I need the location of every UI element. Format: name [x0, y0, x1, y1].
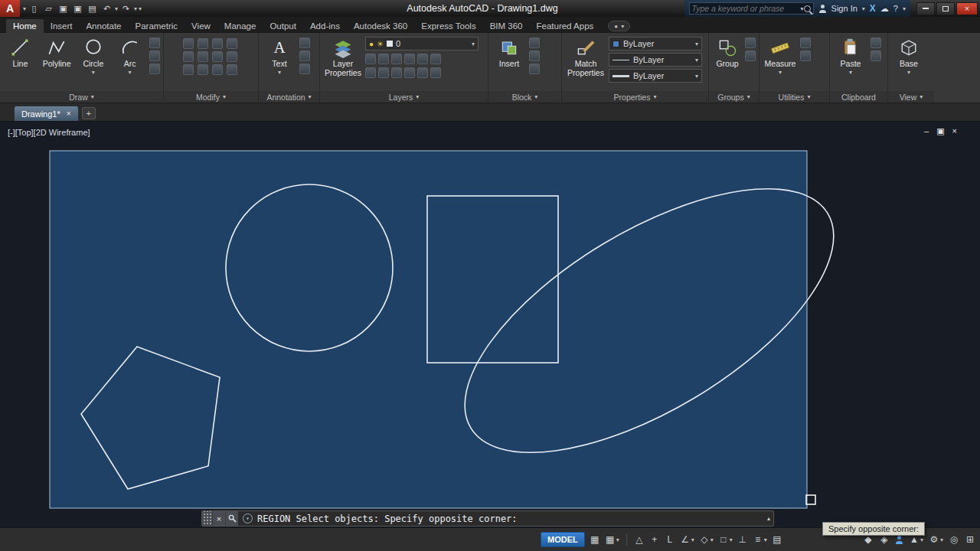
- polar-tracking-toggle[interactable]: ∠▾: [680, 534, 694, 545]
- workspace-caret-icon[interactable]: ▾: [940, 536, 943, 543]
- app-menu-caret-icon[interactable]: ▾: [23, 5, 26, 12]
- arc-button[interactable]: Arc ▾: [113, 35, 147, 76]
- model-space-button[interactable]: MODEL: [541, 532, 585, 547]
- layer-dropdown[interactable]: ● ☀ 0 ▾: [365, 37, 479, 51]
- command-input[interactable]: ▾ REGION Select objects: Specify opposit…: [238, 511, 767, 526]
- model-space[interactable]: [0, 122, 980, 527]
- move-icon[interactable]: [183, 38, 194, 49]
- redo-caret-icon[interactable]: ▾: [134, 5, 137, 12]
- panel-label-annotation[interactable]: Annotation ▾: [259, 91, 319, 103]
- object-snap-caret-icon[interactable]: ▾: [730, 536, 733, 543]
- mirror-icon[interactable]: [183, 51, 194, 62]
- layer-previous-icon[interactable]: [430, 54, 441, 64]
- rectangle-icon[interactable]: [149, 37, 160, 48]
- drawing-tab[interactable]: Drawing1* ×: [14, 106, 79, 121]
- autoscale-toggle[interactable]: ◈: [879, 534, 890, 545]
- search-input[interactable]: [692, 4, 801, 13]
- explode-icon[interactable]: [212, 64, 223, 75]
- sign-in-caret-icon[interactable]: ▾: [862, 5, 865, 12]
- leader-icon[interactable]: [299, 51, 310, 61]
- tab-manage[interactable]: Manage: [217, 19, 263, 33]
- copy-clip-icon[interactable]: [871, 51, 881, 61]
- change-to-current-layer-icon[interactable]: [417, 67, 428, 78]
- layer-freeze-icon[interactable]: [391, 54, 402, 64]
- panel-label-properties[interactable]: Properties ▾: [562, 91, 708, 103]
- new-drawing-tab-button[interactable]: +: [82, 107, 96, 119]
- define-attributes-icon[interactable]: [529, 64, 540, 74]
- ungroup-icon[interactable]: [745, 37, 756, 48]
- tab-output[interactable]: Output: [263, 19, 303, 33]
- graphics-performance-toggle[interactable]: ◎: [949, 534, 959, 545]
- group-edit-icon[interactable]: [745, 51, 756, 61]
- text-caret-icon[interactable]: ▾: [278, 69, 281, 76]
- close-button[interactable]: ×: [956, 2, 978, 15]
- match-layer-icon[interactable]: [417, 54, 428, 64]
- tab-view[interactable]: View: [185, 19, 217, 33]
- annotation-scale-caret-icon[interactable]: ▾: [920, 536, 923, 543]
- panel-label-clipboard[interactable]: Clipboard: [830, 91, 887, 103]
- layer-properties-button[interactable]: Layer Properties: [323, 35, 363, 77]
- tab-add-ins[interactable]: Add-ins: [303, 19, 347, 33]
- open-file-icon[interactable]: ▱: [42, 2, 55, 15]
- lineweight-caret-icon[interactable]: ▾: [695, 73, 698, 80]
- layer-unlock-icon[interactable]: [404, 67, 415, 78]
- maximize-button[interactable]: [936, 2, 955, 15]
- fillet-icon[interactable]: [227, 51, 237, 62]
- polyline-button[interactable]: Polyline: [40, 35, 74, 68]
- panel-label-block[interactable]: Block ▾: [488, 91, 561, 103]
- tab-autodesk-360[interactable]: Autodesk 360: [347, 19, 414, 33]
- plot-icon[interactable]: ▤: [86, 2, 99, 15]
- search-scope-caret-icon[interactable]: ▾: [801, 5, 804, 12]
- layer-thaw-icon[interactable]: [391, 67, 402, 78]
- lineweight-toggle[interactable]: ≡▾: [753, 534, 767, 545]
- tab-home[interactable]: Home: [6, 19, 44, 33]
- trim-icon[interactable]: [212, 51, 223, 62]
- stretch-icon[interactable]: [212, 38, 223, 49]
- save-as-icon[interactable]: ▣: [71, 2, 84, 15]
- dimension-icon[interactable]: [299, 37, 310, 48]
- command-line-customize-button[interactable]: [225, 511, 238, 526]
- exchange-apps-icon[interactable]: X: [870, 3, 876, 14]
- new-file-icon[interactable]: ▯: [28, 2, 41, 15]
- command-line-grip[interactable]: [202, 511, 212, 526]
- drawing-tab-close-icon[interactable]: ×: [67, 109, 71, 118]
- workspace-switching-button[interactable]: ⚙▾: [929, 534, 943, 545]
- object-snap-toggle[interactable]: □▾: [718, 534, 733, 545]
- tab-featured-apps[interactable]: Featured Apps: [529, 19, 600, 33]
- ribbon-display-toggle[interactable]: ● ▾: [608, 21, 630, 31]
- search-icon[interactable]: [804, 5, 811, 12]
- viewport-controls-label[interactable]: [-][Top][2D Wireframe]: [8, 128, 90, 137]
- quick-properties-toggle[interactable]: ▤: [772, 534, 782, 545]
- tab-bim-360[interactable]: BIM 360: [483, 19, 530, 33]
- command-history-caret-icon[interactable]: ▴: [767, 515, 773, 522]
- help-icon[interactable]: ?: [893, 4, 898, 13]
- circle-button[interactable]: Circle ▾: [77, 35, 111, 76]
- qat-customize-caret-icon[interactable]: ▾: [139, 5, 142, 12]
- text-button[interactable]: A Text ▾: [262, 35, 297, 76]
- layer-off-icon[interactable]: [365, 54, 376, 64]
- application-menu-button[interactable]: A: [0, 0, 20, 17]
- panel-label-draw[interactable]: Draw ▾: [0, 91, 163, 103]
- line-button[interactable]: Line: [3, 35, 38, 68]
- annotation-monitor-icon[interactable]: [895, 536, 903, 544]
- redo-icon[interactable]: ↷: [119, 2, 132, 15]
- annotation-scale-button[interactable]: ▲▾: [909, 534, 923, 545]
- cut-icon[interactable]: [871, 37, 881, 48]
- paste-button[interactable]: Paste ▾: [833, 35, 868, 76]
- insert-button[interactable]: Insert: [492, 35, 527, 68]
- drawing-minimize-icon[interactable]: –: [924, 126, 929, 136]
- isodraft-toggle[interactable]: ◇▾: [699, 534, 714, 545]
- base-caret-icon[interactable]: ▾: [907, 69, 910, 76]
- match-properties-button[interactable]: Match Properties: [565, 35, 606, 77]
- panel-label-groups[interactable]: Groups ▾: [709, 91, 759, 103]
- polar-caret-icon[interactable]: ▾: [691, 536, 694, 543]
- undo-caret-icon[interactable]: ▾: [115, 5, 118, 12]
- snap-caret-icon[interactable]: ▾: [616, 536, 619, 543]
- lineweight-dropdown[interactable]: ByLayer ▾: [609, 69, 702, 83]
- save-icon[interactable]: ▣: [57, 2, 70, 15]
- copy-icon[interactable]: [198, 38, 208, 49]
- recent-commands-icon[interactable]: ▾: [243, 514, 253, 523]
- isodraft-caret-icon[interactable]: ▾: [710, 536, 714, 543]
- dynamic-input-toggle[interactable]: +: [649, 534, 660, 545]
- tab-insert[interactable]: Insert: [44, 19, 80, 33]
